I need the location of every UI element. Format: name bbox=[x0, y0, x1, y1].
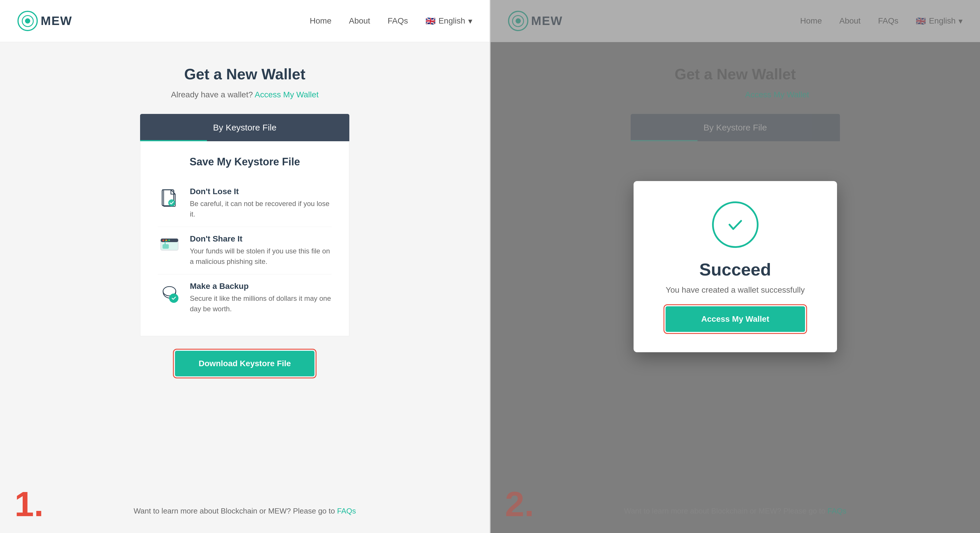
left-dont-share-icon bbox=[158, 234, 181, 258]
svg-rect-7 bbox=[163, 244, 169, 248]
left-nav-home[interactable]: Home bbox=[310, 16, 332, 25]
left-info-item-2: Don't Share It Your funds will be stolen… bbox=[158, 227, 332, 274]
left-nav-about[interactable]: About bbox=[349, 16, 370, 25]
success-modal: Succeed You have created a wallet succes… bbox=[633, 181, 837, 352]
right-panel: MEW Home About FAQs 🇬🇧 English ▾ Get a N… bbox=[491, 0, 980, 533]
svg-point-6 bbox=[168, 239, 170, 241]
left-item-1-desc: Be careful, it can not be recovered if y… bbox=[190, 199, 332, 220]
left-footer-text: Want to learn more about Blockchain or M… bbox=[134, 506, 335, 515]
left-footer-faqs-link[interactable]: FAQs bbox=[337, 506, 356, 515]
left-subtitle: Already have a wallet? Access My Wallet bbox=[171, 90, 318, 99]
left-dont-lose-icon bbox=[158, 187, 181, 210]
left-download-btn[interactable]: Download Keystore File bbox=[175, 351, 315, 376]
left-logo: MEW bbox=[18, 11, 72, 31]
success-circle-icon bbox=[712, 201, 759, 248]
left-info-item-1: Don't Lose It Be careful, it can not be … bbox=[158, 180, 332, 227]
left-item-2-desc: Your funds will be stolen if you use thi… bbox=[190, 246, 332, 267]
left-info-card: Save My Keystore File Don't Lose It Be c… bbox=[140, 141, 349, 336]
left-access-link[interactable]: Access My Wallet bbox=[255, 90, 318, 99]
left-backup-icon bbox=[158, 282, 181, 305]
checkmark-icon bbox=[725, 215, 746, 235]
left-item-2-text: Don't Share It Your funds will be stolen… bbox=[190, 234, 332, 267]
modal-overlay: Succeed You have created a wallet succes… bbox=[491, 0, 980, 533]
left-item-3-title: Make a Backup bbox=[190, 282, 332, 291]
left-item-1-text: Don't Lose It Be careful, it can not be … bbox=[190, 187, 332, 220]
logo-inner-circle bbox=[25, 18, 30, 24]
svg-point-4 bbox=[162, 239, 164, 241]
left-step-number: 1. bbox=[14, 487, 44, 521]
left-navbar: MEW Home About FAQs 🇬🇧 English ▾ bbox=[0, 0, 490, 42]
left-lang-text: English bbox=[439, 16, 465, 25]
left-nav-faqs[interactable]: FAQs bbox=[388, 16, 408, 25]
left-main: Get a New Wallet Already have a wallet? … bbox=[0, 42, 490, 533]
access-wallet-button[interactable]: Access My Wallet bbox=[665, 306, 805, 332]
left-item-2-title: Don't Share It bbox=[190, 234, 332, 243]
left-info-item-3: Make a Backup Secure it like the million… bbox=[158, 274, 332, 321]
success-title: Succeed bbox=[699, 259, 771, 280]
success-subtitle: You have created a wallet successfully bbox=[666, 285, 805, 295]
left-footer: Want to learn more about Blockchain or M… bbox=[134, 506, 356, 515]
svg-point-1 bbox=[168, 199, 175, 206]
left-nav-lang[interactable]: 🇬🇧 English ▾ bbox=[425, 16, 472, 26]
left-item-1-title: Don't Lose It bbox=[190, 187, 332, 196]
left-nav-links: Home About FAQs 🇬🇧 English ▾ bbox=[310, 16, 472, 26]
left-page-title: Get a New Wallet bbox=[184, 65, 305, 83]
logo-text: MEW bbox=[41, 14, 72, 28]
left-chevron-icon: ▾ bbox=[468, 16, 472, 26]
flag-icon-left: 🇬🇧 bbox=[425, 16, 436, 26]
left-panel: MEW Home About FAQs 🇬🇧 English ▾ Get a N… bbox=[0, 0, 490, 533]
left-card-title: Save My Keystore File bbox=[158, 156, 332, 168]
left-subtitle-text: Already have a wallet? bbox=[171, 90, 253, 99]
svg-point-9 bbox=[169, 294, 178, 303]
left-item-3-text: Make a Backup Secure it like the million… bbox=[190, 282, 332, 314]
logo-icon bbox=[18, 11, 38, 31]
left-item-3-desc: Secure it like the millions of dollars i… bbox=[190, 293, 332, 314]
left-tab-bar[interactable]: By Keystore File bbox=[140, 114, 349, 141]
